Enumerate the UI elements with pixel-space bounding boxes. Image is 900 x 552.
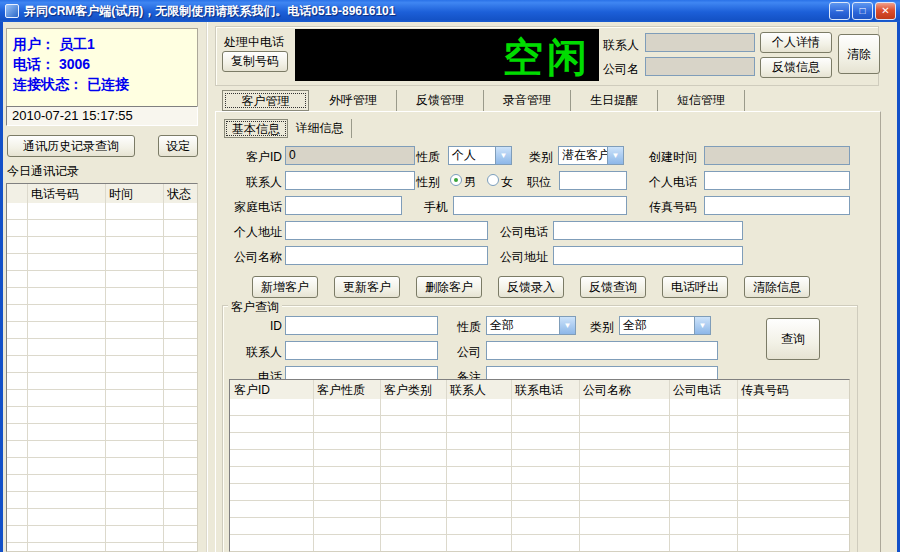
personal-address-field[interactable] xyxy=(285,221,488,240)
company-phone-label: 公司电话 xyxy=(498,224,548,241)
call-log-rows[interactable] xyxy=(7,203,197,551)
query-id-field[interactable] xyxy=(285,316,438,335)
gender-male-label: 男 xyxy=(464,174,476,191)
gender-female-radio[interactable] xyxy=(487,174,499,186)
feedback-query-button[interactable]: 反馈查询 xyxy=(580,276,646,298)
personal-detail-button[interactable]: 个人详情 xyxy=(760,32,832,53)
maximize-button[interactable]: □ xyxy=(852,2,873,20)
result-col-company: 公司名称 xyxy=(579,380,669,401)
call-status-text: 空闲 xyxy=(503,30,591,85)
position-field[interactable] xyxy=(559,171,627,190)
tab-birthday-reminder[interactable]: 生日提醒 xyxy=(571,90,658,111)
fax-label: 传真号码 xyxy=(633,199,697,216)
personal-phone-label: 个人电话 xyxy=(633,174,697,191)
clear-call-button[interactable]: 清除 xyxy=(838,34,880,74)
add-customer-button[interactable]: 新增客户 xyxy=(252,276,318,298)
contact-name-label: 联系人 xyxy=(603,37,639,54)
connection-status-line: 连接状态： 已连接 xyxy=(13,74,197,94)
clear-info-button[interactable]: 清除信息 xyxy=(744,276,810,298)
personal-phone-field[interactable] xyxy=(704,171,850,190)
company-address-field[interactable] xyxy=(553,246,743,265)
call-log-col-time: 时间 xyxy=(105,184,163,205)
tab-feedback-mgmt[interactable]: 反馈管理 xyxy=(397,90,484,111)
tab-outbound-mgmt[interactable]: 外呼管理 xyxy=(310,90,397,111)
company-name-form-field[interactable] xyxy=(285,246,488,265)
created-time-field xyxy=(704,146,850,165)
app-icon xyxy=(5,4,19,18)
user-line: 用户： 员工1 xyxy=(13,34,197,54)
user-info-box: 用户： 员工1 电话： 3006 连接状态： 已连接 xyxy=(6,28,198,110)
query-nature-select[interactable]: 全部▼ xyxy=(486,316,576,335)
chevron-down-icon[interactable]: ▼ xyxy=(694,317,710,334)
call-history-button[interactable]: 通讯历史记录查询 xyxy=(7,135,135,157)
call-status-display: 空闲 xyxy=(295,29,599,81)
company-phone-field[interactable] xyxy=(553,221,743,240)
query-category-label: 类别 xyxy=(564,319,614,336)
today-log-label: 今日通讯记录 xyxy=(7,163,79,180)
copy-number-button[interactable]: 复制号码 xyxy=(222,51,288,72)
query-company-label: 公司 xyxy=(431,344,481,361)
result-table-rows[interactable] xyxy=(230,399,849,551)
fax-field[interactable] xyxy=(704,196,850,215)
phone-line: 电话： 3006 xyxy=(13,54,197,74)
personal-address-label: 个人地址 xyxy=(212,224,282,241)
result-col-phone: 联系电话 xyxy=(511,380,579,401)
query-category-select[interactable]: 全部▼ xyxy=(619,316,711,335)
query-id-label: ID xyxy=(232,319,282,333)
title-bar: 异同CRM客户端(试用)，无限制使用请联系我们。电话0519-89616101 … xyxy=(0,0,900,22)
update-customer-button[interactable]: 更新客户 xyxy=(334,276,400,298)
query-nature-label: 性质 xyxy=(431,319,481,336)
query-company-field[interactable] xyxy=(486,341,718,360)
feedback-entry-button[interactable]: 反馈录入 xyxy=(498,276,564,298)
crm-window: 异同CRM客户端(试用)，无限制使用请联系我们。电话0519-89616101 … xyxy=(0,0,900,552)
call-log-col-status: 状态 xyxy=(163,184,195,205)
home-phone-label: 家庭电话 xyxy=(212,199,282,216)
dial-out-button[interactable]: 电话呼出 xyxy=(662,276,728,298)
gender-male-radio[interactable] xyxy=(450,174,462,186)
company-name-label: 公司名 xyxy=(603,61,639,78)
query-contact-field[interactable] xyxy=(285,341,438,360)
call-log-col-phone: 电话号码 xyxy=(27,184,105,205)
result-col-category: 客户类别 xyxy=(380,380,446,401)
query-contact-label: 联系人 xyxy=(232,344,282,361)
subtab-basic-info[interactable]: 基本信息 xyxy=(224,119,288,138)
settings-button[interactable]: 设定 xyxy=(158,135,198,157)
result-col-fax: 传真号码 xyxy=(737,380,847,401)
tab-recording-mgmt[interactable]: 录音管理 xyxy=(484,90,571,111)
minimize-button[interactable]: ─ xyxy=(829,2,850,20)
nature-label: 性质 xyxy=(390,149,440,166)
result-col-contact: 联系人 xyxy=(446,380,511,401)
position-label: 职位 xyxy=(501,174,551,191)
contact-name-field xyxy=(645,33,755,52)
created-time-label: 创建时间 xyxy=(633,149,697,166)
call-log-table: 电话号码 时间 状态 xyxy=(6,183,198,552)
customer-query-group-label: 客户查询 xyxy=(228,299,282,316)
company-name-form-label: 公司名称 xyxy=(212,249,282,266)
tab-sms-mgmt[interactable]: 短信管理 xyxy=(658,90,745,111)
company-name-field xyxy=(645,57,755,76)
subtab-detail-info[interactable]: 详细信息 xyxy=(288,119,352,138)
query-result-table: 客户ID 客户性质 客户类别 联系人 联系电话 公司名称 公司电话 传真号码 xyxy=(229,379,850,552)
timestamp-display: 2010-07-21 15:17:55 xyxy=(6,106,198,126)
company-address-label: 公司地址 xyxy=(498,249,548,266)
result-col-company-phone: 公司电话 xyxy=(669,380,737,401)
chevron-down-icon[interactable]: ▼ xyxy=(607,147,623,164)
feedback-info-button[interactable]: 反馈信息 xyxy=(760,57,832,78)
window-body: 用户： 员工1 电话： 3006 连接状态： 已连接 2010-07-21 15… xyxy=(3,22,897,552)
result-col-customer-id: 客户ID xyxy=(230,380,313,401)
delete-customer-button[interactable]: 删除客户 xyxy=(416,276,482,298)
mobile-field[interactable] xyxy=(453,196,627,215)
gender-label: 性别 xyxy=(390,174,440,191)
sidebar-divider xyxy=(206,22,208,552)
window-title: 异同CRM客户端(试用)，无限制使用请联系我们。电话0519-89616101 xyxy=(24,3,395,20)
home-phone-field[interactable] xyxy=(285,196,402,215)
tab-customer-mgmt[interactable]: 客户管理 xyxy=(222,90,309,111)
category-label: 类别 xyxy=(503,149,553,166)
mobile-label: 手机 xyxy=(398,199,448,216)
search-button[interactable]: 查询 xyxy=(766,318,820,360)
contact-label: 联系人 xyxy=(212,174,282,191)
close-button[interactable]: ✕ xyxy=(875,2,896,20)
category-select[interactable]: 潜在客户▼ xyxy=(558,146,624,165)
customer-id-label: 客户ID xyxy=(212,149,282,166)
processing-call-label: 处理中电话 xyxy=(224,34,284,51)
